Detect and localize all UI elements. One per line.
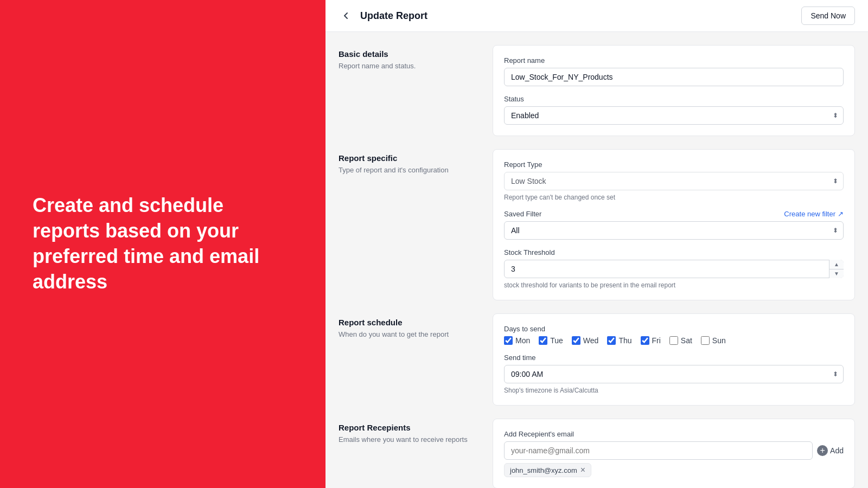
create-new-filter-text: Create new filter [784,210,835,218]
status-select-wrapper: Enabled Disabled ⬍ [504,106,844,125]
email-tag-0: john_smith@xyz.com × [504,463,591,477]
stepper-down-button[interactable]: ▼ [829,269,844,279]
day-fri: Fri [641,336,661,345]
day-thu: Thu [607,336,631,345]
day-sun: Sun [701,336,726,345]
status-label: Status [504,95,844,103]
days-to-send-field: Days to send Mon Tue Wed [504,325,844,345]
checkbox-mon[interactable] [504,336,513,345]
label-sun: Sun [712,336,726,345]
label-thu: Thu [618,336,631,345]
report-type-select[interactable]: Low Stock [504,172,844,190]
report-specific-card: Report Type Low Stock ⬍ Report type can'… [493,149,855,300]
report-recipients-section: Report Recepients Emails where you want … [339,419,855,488]
left-panel: Create and schedule reports based on you… [0,0,326,488]
checkbox-wed[interactable] [572,336,580,345]
saved-filter-select[interactable]: All [504,221,844,240]
basic-details-section: Basic details Report name and status. Re… [339,45,855,136]
label-fri: Fri [652,336,661,345]
day-wed: Wed [572,336,599,345]
report-schedule-card: Days to send Mon Tue Wed [493,313,855,406]
report-recipients-info: Report Recepients Emails where you want … [339,419,480,444]
back-button[interactable] [339,8,354,23]
status-select[interactable]: Enabled Disabled [504,106,844,125]
label-sat: Sat [681,336,692,345]
stock-threshold-field: Stock Threshold ▲ ▼ stock threshold for … [504,248,844,289]
label-mon: Mon [515,336,530,345]
report-specific-desc: Type of report and it's configuration [339,166,480,174]
create-new-filter-link[interactable]: Create new filter ↗ [784,210,844,218]
report-name-label: Report name [504,56,844,65]
header-left: Update Report [339,8,427,23]
email-tag-address: john_smith@xyz.com [510,466,577,474]
external-link-icon: ↗ [838,210,844,218]
report-recipients-card: Add Recepient's email + Add john_smith@x… [493,419,855,488]
basic-details-desc: Report name and status. [339,62,480,70]
status-field: Status Enabled Disabled ⬍ [504,95,844,125]
checkbox-sun[interactable] [701,336,710,345]
timezone-hint: Shop's timezone is Asia/Calcutta [504,387,844,394]
add-button-label: Add [830,446,844,455]
report-specific-title: Report specific [339,153,480,163]
add-email-button[interactable]: + Add [817,445,844,456]
checkbox-sat[interactable] [669,336,678,345]
email-tags-container: john_smith@xyz.com × [504,463,844,477]
page-content: Basic details Report name and status. Re… [326,32,868,488]
stepper-up-button[interactable]: ▲ [829,260,844,269]
days-row: Mon Tue Wed Thu [504,336,844,345]
checkbox-thu[interactable] [607,336,616,345]
label-wed: Wed [583,336,599,345]
stepper-buttons: ▲ ▼ [829,260,844,278]
add-email-field: Add Recepient's email + Add john_smith@x… [504,430,844,477]
send-time-select[interactable]: 09:00 AM 10:00 AM 11:00 AM 12:00 PM [504,365,844,383]
add-circle-icon: + [817,445,828,456]
report-schedule-title: Report schedule [339,318,480,327]
page-title: Update Report [360,10,427,22]
report-type-hint: Report type can't be changed once set [504,194,844,201]
report-schedule-section: Report schedule When do you want to get … [339,313,855,406]
report-schedule-info: Report schedule When do you want to get … [339,313,480,338]
send-time-label: Send time [504,354,844,362]
email-input[interactable] [504,441,813,460]
report-specific-section: Report specific Type of report and it's … [339,149,855,300]
stock-threshold-input-wrapper: ▲ ▼ [504,260,844,278]
checkbox-tue[interactable] [539,336,547,345]
report-name-input[interactable] [504,68,844,86]
report-recipients-title: Report Recepients [339,423,480,432]
page-header: Update Report Send Now [326,0,868,32]
report-schedule-desc: When do you want to get the report [339,330,480,338]
day-tue: Tue [539,336,563,345]
hero-text: Create and schedule reports based on you… [33,193,293,294]
report-name-field: Report name [504,56,844,86]
right-panel: Update Report Send Now Basic details Rep… [326,0,868,488]
stock-threshold-hint: stock threshold for variants to be prese… [504,281,844,289]
email-tag-remove-button[interactable]: × [580,466,585,474]
saved-filter-header: Saved Filter Create new filter ↗ [504,210,844,218]
report-type-select-wrapper: Low Stock ⬍ [504,172,844,190]
day-sat: Sat [669,336,692,345]
send-time-select-wrapper: 09:00 AM 10:00 AM 11:00 AM 12:00 PM ⬍ [504,365,844,383]
checkbox-fri[interactable] [641,336,649,345]
label-tue: Tue [550,336,563,345]
stock-threshold-label: Stock Threshold [504,248,844,256]
basic-details-title: Basic details [339,49,480,59]
day-mon: Mon [504,336,530,345]
email-input-row: + Add [504,441,844,460]
days-to-send-label: Days to send [504,325,844,333]
report-type-field: Report Type Low Stock ⬍ Report type can'… [504,160,844,201]
report-specific-info: Report specific Type of report and it's … [339,149,480,174]
report-type-label: Report Type [504,160,844,169]
saved-filter-select-wrapper: All ⬍ [504,221,844,240]
report-recipients-desc: Emails where you want to receive reports [339,435,480,444]
stock-threshold-input[interactable] [504,260,844,278]
saved-filter-label: Saved Filter [504,210,541,218]
basic-details-info: Basic details Report name and status. [339,45,480,70]
send-time-field: Send time 09:00 AM 10:00 AM 11:00 AM 12:… [504,354,844,394]
basic-details-card: Report name Status Enabled Disabled ⬍ [493,45,855,136]
saved-filter-field: Saved Filter Create new filter ↗ All ⬍ [504,210,844,240]
send-now-button[interactable]: Send Now [801,7,855,25]
add-email-label: Add Recepient's email [504,430,844,438]
